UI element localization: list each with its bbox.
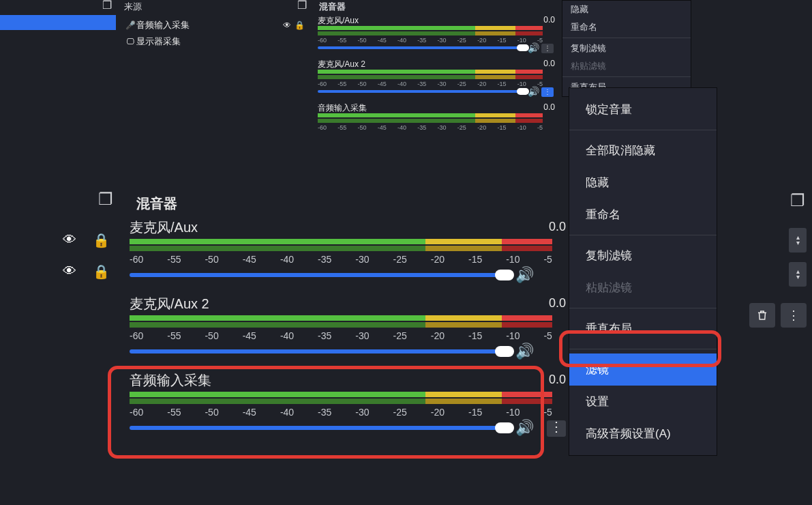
tick-label: -15 (468, 254, 482, 265)
menu-item-unhide-all[interactable]: 全部取消隐藏 (569, 134, 717, 167)
tick-label: -25 (393, 407, 407, 418)
tick-label: -30 (355, 254, 369, 265)
channel-db: 0.0 (549, 296, 566, 311)
volume-slider[interactable] (318, 90, 522, 93)
slider-knob[interactable] (495, 346, 514, 357)
speaker-icon[interactable]: 🔊 (515, 266, 534, 284)
tick-label: -10 (506, 407, 520, 418)
tick-label: -35 (318, 407, 331, 418)
tick-label: -15 (497, 81, 506, 87)
vu-meter (318, 113, 543, 117)
popout-icon[interactable]: ❐ (102, 0, 112, 12)
tick-label: -45 (243, 330, 256, 341)
slider-knob[interactable] (495, 422, 514, 433)
channel-db: 0.0 (543, 102, 555, 112)
lock-icon[interactable]: 🔒 (93, 232, 110, 248)
sources-title: 来源 (124, 1, 142, 13)
tick-label: -20 (431, 407, 445, 418)
menu-item-lock-volume[interactable]: 锁定音量 (569, 93, 717, 126)
speaker-icon[interactable]: 🔊 (528, 86, 539, 97)
tick-label: -60 (130, 407, 143, 418)
source-label: 显示器采集 (136, 35, 305, 48)
tick-label: -30 (355, 330, 369, 341)
channel-options-button[interactable]: ⋮ (541, 44, 554, 53)
mixer-panel-small: 混音器 麦克风/Aux 0.0 -60-55-50-45-40-35-30-25… (314, 0, 559, 143)
kebab-button[interactable]: ⋮ (781, 303, 807, 328)
spinner-up-down[interactable]: ▴▾ (789, 262, 807, 287)
menu-item-copy-filters[interactable]: 复制滤镜 (562, 40, 691, 57)
tick-label: -25 (457, 37, 466, 44)
tick-label: -50 (205, 254, 218, 265)
visibility-icon[interactable]: 👁 (281, 20, 293, 30)
channel-options-button[interactable]: ⋮ (547, 420, 566, 437)
tick-label: -40 (280, 330, 294, 341)
tick-label: -20 (431, 254, 445, 265)
trash-button[interactable] (749, 303, 775, 328)
tick-label: -5 (543, 330, 552, 341)
tick-label: -50 (358, 81, 367, 87)
source-label: 音频输入采集 (136, 19, 281, 31)
menu-separator (569, 235, 717, 235)
vu-meter (130, 392, 552, 397)
menu-item-hide[interactable]: 隐藏 (562, 1, 691, 18)
menu-item-adv-audio[interactable]: 高级音频设置(A) (569, 418, 717, 450)
volume-slider[interactable] (318, 46, 522, 49)
tick-label: -35 (417, 124, 426, 131)
tick-label: -45 (378, 81, 387, 87)
lock-icon[interactable]: 🔒 (93, 263, 110, 280)
speaker-icon[interactable]: 🔊 (515, 419, 534, 437)
tick-label: -55 (167, 330, 181, 341)
tick-label: -55 (337, 124, 346, 131)
db-ticks: -60-55-50-45-40-35-30-25-20-15-10-5 (130, 254, 552, 265)
source-row-display[interactable]: 🖵 显示器采集 (124, 34, 305, 49)
volume-slider[interactable] (130, 273, 505, 277)
tick-label: -40 (397, 124, 406, 131)
menu-item-rename[interactable]: 重命名 (569, 199, 717, 231)
tick-label: -35 (417, 37, 426, 44)
tick-label: -30 (438, 81, 447, 87)
tick-label: -25 (457, 81, 466, 87)
visibility-icon[interactable]: 👁 (63, 232, 76, 248)
channel-name: 音频输入采集 (318, 102, 367, 114)
slider-knob[interactable] (495, 270, 514, 280)
menu-item-hide[interactable]: 隐藏 (569, 167, 717, 199)
menu-item-paste-filters: 粘贴滤镜 (569, 272, 717, 304)
menu-separator (562, 76, 691, 77)
popout-icon[interactable]: ❐ (790, 191, 805, 210)
popout-icon[interactable]: ❐ (297, 0, 307, 12)
source-row-audio[interactable]: 🎤 音频输入采集 👁 🔒 (124, 18, 305, 33)
menu-item-properties[interactable]: 设置 (569, 386, 717, 418)
speaker-icon[interactable]: 🔊 (515, 343, 534, 360)
tick-label: -30 (438, 37, 447, 44)
mixer-channel: 音频输入采集 0.0 -60-55-50-45-40-35-30-25-20-1… (318, 102, 555, 143)
mixer-header: 混音器 (314, 0, 559, 14)
popout-icon[interactable]: ❐ (98, 190, 117, 209)
volume-slider[interactable] (130, 426, 505, 430)
menu-item-rename[interactable]: 重命名 (562, 18, 691, 36)
vu-meter (130, 399, 552, 404)
tick-label: -5 (543, 407, 552, 418)
menu-item-vertical-layout[interactable]: 垂直布局 (569, 313, 717, 345)
vu-meter (318, 26, 543, 30)
channel-name: 麦克风/Aux 2 (130, 295, 209, 313)
visibility-icon[interactable]: 👁 (63, 263, 76, 279)
scene-row-selected[interactable] (0, 15, 116, 30)
tick-label: -15 (497, 124, 506, 131)
channel-options-button[interactable]: ⋮ (541, 87, 554, 97)
spinner-up-down[interactable]: ▴▾ (789, 228, 807, 252)
tick-label: -60 (130, 254, 143, 265)
menu-separator (569, 349, 717, 349)
display-icon: 🖵 (124, 37, 136, 46)
db-ticks: -60-55-50-45-40-35-30-25-20-15-10-5 (318, 81, 543, 87)
tick-label: -45 (243, 407, 256, 418)
speaker-icon[interactable]: 🔊 (528, 42, 539, 53)
db-ticks: -60-55-50-45-40-35-30-25-20-15-10-5 (318, 37, 543, 44)
volume-slider[interactable] (130, 349, 505, 354)
tick-label: -20 (477, 81, 486, 87)
db-ticks: -60-55-50-45-40-35-30-25-20-15-10-5 (318, 124, 543, 131)
tick-label: -40 (280, 407, 294, 418)
menu-item-copy-filters[interactable]: 复制滤镜 (569, 240, 717, 272)
lock-icon[interactable]: 🔒 (293, 20, 305, 30)
menu-item-filters[interactable]: 滤镜 (569, 354, 717, 386)
channel-db: 0.0 (549, 220, 566, 234)
